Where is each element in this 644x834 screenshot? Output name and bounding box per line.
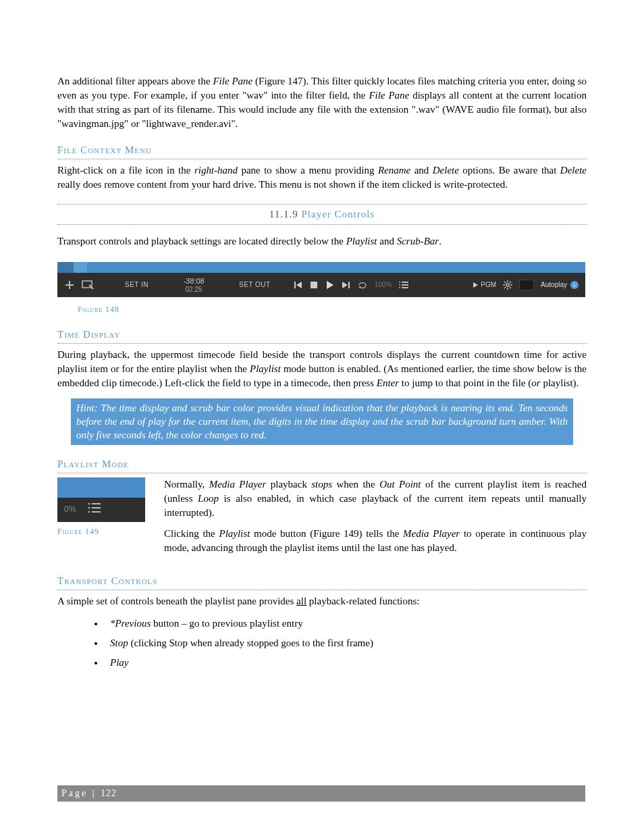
svg-point-8 <box>399 287 400 288</box>
playlist-mode-para-2: Clicking the Playlist mode button (Figur… <box>164 527 587 555</box>
set-out-button[interactable]: SET OUT <box>239 280 271 290</box>
svg-point-4 <box>399 282 400 283</box>
svg-rect-22 <box>92 507 101 509</box>
svg-rect-1 <box>294 282 296 288</box>
presets-icon[interactable] <box>82 280 94 290</box>
info-icon[interactable]: i <box>570 281 579 289</box>
svg-rect-7 <box>402 284 408 286</box>
svg-rect-20 <box>92 503 101 504</box>
scrub-bar[interactable] <box>57 477 145 498</box>
svg-rect-9 <box>402 287 408 288</box>
intro-paragraph: An additional filter appears above the F… <box>57 74 587 131</box>
time-display-heading: Time Display <box>57 328 587 344</box>
figure-149-caption: Figure 149 <box>57 526 145 538</box>
timecode-display[interactable]: -38:08 02:25 <box>177 277 211 292</box>
svg-point-21 <box>88 507 90 509</box>
svg-rect-2 <box>311 282 317 288</box>
playlist-mode-heading: Playlist Mode <box>57 457 587 473</box>
svg-point-23 <box>88 511 90 513</box>
figure-148-caption: Figure 148 <box>78 304 587 315</box>
playlist-mode-icon[interactable] <box>88 502 101 517</box>
svg-rect-5 <box>402 282 408 283</box>
next-icon[interactable] <box>341 280 350 290</box>
svg-line-17 <box>510 282 511 283</box>
play-icon[interactable] <box>325 280 334 290</box>
file-context-paragraph: Right-click on a file icon in the right-… <box>57 163 587 192</box>
list-item: Stop (clicking Stop when already stopped… <box>105 636 587 650</box>
transport-controls-heading: Transport Controls <box>57 574 587 590</box>
autoplay-label[interactable]: Autoplay i <box>541 280 579 290</box>
hint-box: Hint: The time display and scrub bar col… <box>71 398 573 445</box>
svg-rect-3 <box>348 282 350 288</box>
svg-line-16 <box>510 287 511 288</box>
playlist-mode-icon[interactable] <box>398 281 409 289</box>
list-item: Play <box>105 656 587 670</box>
file-context-menu-heading: File Context Menu <box>57 143 587 159</box>
svg-point-19 <box>88 503 90 505</box>
transport-controls-list: *Previous button – go to previous playli… <box>105 617 587 670</box>
stop-icon[interactable] <box>310 281 318 289</box>
transport-intro: Transport controls and playback settings… <box>57 234 587 249</box>
svg-point-6 <box>399 284 400 286</box>
scrub-bar[interactable] <box>57 262 585 273</box>
speed-percent[interactable]: 100% <box>375 280 392 290</box>
gear-icon[interactable] <box>503 280 512 290</box>
svg-point-10 <box>506 284 509 286</box>
speed-percent[interactable]: 0% <box>64 504 76 515</box>
autoplay-checkbox[interactable] <box>519 280 534 290</box>
pgm-button[interactable]: PGM <box>473 280 496 290</box>
svg-rect-24 <box>92 511 101 513</box>
svg-line-18 <box>504 287 506 288</box>
set-in-button[interactable]: SET IN <box>125 280 149 290</box>
transport-controls-intro: A simple set of controls beneath the pla… <box>57 594 587 608</box>
previous-icon[interactable] <box>294 280 303 290</box>
add-icon[interactable] <box>64 280 75 290</box>
figure-149-playlist-thumb: 0% <box>57 477 145 522</box>
figure-148-player-bar: SET IN -38:08 02:25 SET OUT <box>57 262 585 297</box>
playlist-mode-para-1: Normally, Media Player playback stops wh… <box>164 477 587 520</box>
page-footer: Page | 122 <box>57 785 585 802</box>
loop-icon[interactable] <box>357 280 368 290</box>
svg-line-15 <box>504 282 506 283</box>
time-display-paragraph: During playback, the uppermost timecode … <box>57 348 587 390</box>
list-item: *Previous button – go to previous playli… <box>105 617 587 631</box>
section-heading: 11.1.9 Player Controls <box>57 204 587 225</box>
